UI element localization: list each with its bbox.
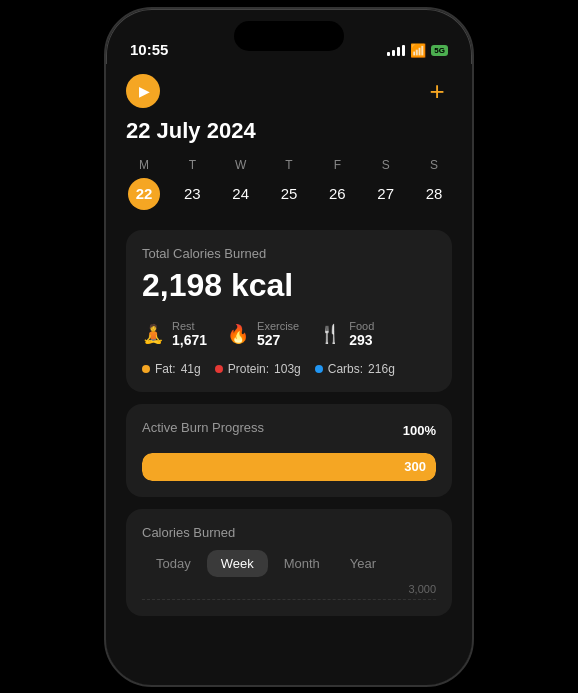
day-letter-4: F	[334, 158, 341, 172]
food-icon: 🍴	[319, 323, 341, 345]
day-letter-6: S	[430, 158, 438, 172]
rest-value: 1,671	[172, 332, 207, 348]
fat-dot	[142, 365, 150, 373]
dynamic-island	[234, 21, 344, 51]
day-col-3[interactable]: T 25	[271, 158, 307, 210]
carbs-value: 216g	[368, 362, 395, 376]
add-button[interactable]: +	[422, 76, 452, 106]
day-num-3[interactable]: 25	[273, 178, 305, 210]
carbs-dot	[315, 365, 323, 373]
add-icon: +	[429, 78, 444, 104]
header-row: ▶ +	[126, 74, 452, 108]
tab-year[interactable]: Year	[336, 550, 390, 577]
day-letter-0: M	[139, 158, 149, 172]
day-col-6[interactable]: S 28	[416, 158, 452, 210]
day-letter-2: W	[235, 158, 246, 172]
food-label: Food	[349, 320, 374, 332]
status-time: 10:55	[130, 41, 168, 58]
total-calories-title: Total Calories Burned	[142, 246, 436, 261]
signal-bar-3	[397, 47, 400, 56]
progress-bar-fill: 300	[142, 453, 436, 481]
breakdown-food: 🍴 Food 293	[319, 320, 374, 348]
protein-dot	[215, 365, 223, 373]
protein-value: 103g	[274, 362, 301, 376]
play-icon: ▶	[139, 83, 150, 99]
signal-bar-2	[392, 50, 395, 56]
day-num-6[interactable]: 28	[418, 178, 450, 210]
day-col-2[interactable]: W 24	[223, 158, 259, 210]
macro-fat: Fat: 41g	[142, 362, 201, 376]
signal-bar-1	[387, 52, 390, 56]
macro-carbs: Carbs: 216g	[315, 362, 395, 376]
food-value: 293	[349, 332, 374, 348]
total-calories-card: Total Calories Burned 2,198 kcal 🧘 Rest …	[126, 230, 452, 392]
exercise-value: 527	[257, 332, 299, 348]
wifi-icon: 📶	[410, 43, 426, 58]
active-burn-card: Active Burn Progress 100% 300	[126, 404, 452, 497]
tab-month[interactable]: Month	[270, 550, 334, 577]
progress-percent: 100%	[403, 423, 436, 438]
progress-bar-label: 300	[404, 459, 426, 474]
day-letter-3: T	[285, 158, 292, 172]
fat-value: 41g	[181, 362, 201, 376]
day-col-1[interactable]: T 23	[174, 158, 210, 210]
macros-row: Fat: 41g Protein: 103g Carbs: 216g	[142, 362, 436, 376]
day-col-4[interactable]: F 26	[319, 158, 355, 210]
protein-label: Protein:	[228, 362, 269, 376]
chart-max-row: 3,000	[142, 583, 436, 595]
signal-bar-4	[402, 45, 405, 56]
day-num-1[interactable]: 23	[176, 178, 208, 210]
breakdown-rest-info: Rest 1,671	[172, 320, 207, 348]
macro-protein: Protein: 103g	[215, 362, 301, 376]
progress-header: Active Burn Progress 100%	[142, 420, 436, 441]
active-burn-title: Active Burn Progress	[142, 420, 264, 435]
carbs-label: Carbs:	[328, 362, 363, 376]
rest-icon: 🧘	[142, 323, 164, 345]
day-letter-1: T	[189, 158, 196, 172]
breakdown-exercise: 🔥 Exercise 527	[227, 320, 299, 348]
breakdown-exercise-info: Exercise 527	[257, 320, 299, 348]
day-letter-5: S	[382, 158, 390, 172]
week-calendar: M 22 T 23 W 24 T 25 F 26	[126, 158, 452, 210]
screen-content: ▶ + 22 July 2024 M 22 T 23 W	[106, 64, 472, 685]
breakdown-rest: 🧘 Rest 1,671	[142, 320, 207, 348]
battery-badge: 5G	[431, 45, 448, 56]
progress-bar-background: 300	[142, 453, 436, 481]
chart-max-label: 3,000	[408, 583, 436, 595]
time-tabs: Today Week Month Year	[142, 550, 436, 577]
rest-label: Rest	[172, 320, 207, 332]
day-col-0[interactable]: M 22	[126, 158, 162, 210]
fat-label: Fat:	[155, 362, 176, 376]
day-num-2[interactable]: 24	[225, 178, 257, 210]
calories-burned-title: Calories Burned	[142, 525, 436, 540]
day-num-5[interactable]: 27	[370, 178, 402, 210]
app-icon[interactable]: ▶	[126, 74, 160, 108]
status-icons: 📶 5G	[387, 43, 448, 58]
date-heading: 22 July 2024	[126, 118, 452, 144]
tab-week[interactable]: Week	[207, 550, 268, 577]
exercise-label: Exercise	[257, 320, 299, 332]
day-num-0[interactable]: 22	[128, 178, 160, 210]
tab-today[interactable]: Today	[142, 550, 205, 577]
exercise-icon: 🔥	[227, 323, 249, 345]
calories-breakdown: 🧘 Rest 1,671 🔥 Exercise 527	[142, 320, 436, 348]
day-col-5[interactable]: S 27	[368, 158, 404, 210]
calories-burned-card: Calories Burned Today Week Month Year 3,…	[126, 509, 452, 616]
chart-divider	[142, 599, 436, 600]
total-calories-value: 2,198 kcal	[142, 267, 436, 304]
breakdown-food-info: Food 293	[349, 320, 374, 348]
signal-bars-icon	[387, 45, 405, 56]
day-num-4[interactable]: 26	[321, 178, 353, 210]
